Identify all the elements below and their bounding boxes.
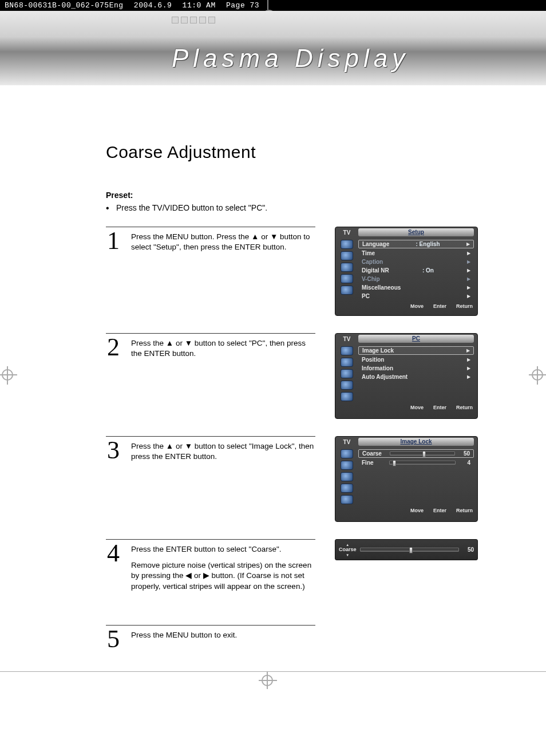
osd-category-icon bbox=[341, 274, 353, 283]
slider-thumb[interactable] bbox=[393, 460, 396, 466]
osd-mini-label: Coarse bbox=[339, 542, 357, 557]
step-text: Press the ENTER button to select "Coarse… bbox=[131, 543, 315, 608]
step-number: 5 bbox=[106, 629, 121, 649]
osd-row-language[interactable]: Language : English ▶ bbox=[358, 240, 474, 248]
osd-category-icon bbox=[341, 484, 353, 493]
step-text: Press the MENU button. Press the ▲ or ▼ … bbox=[131, 231, 315, 316]
step-text: Press the ▲ or ▼ button to select "Image… bbox=[131, 440, 315, 522]
osd-category-icon bbox=[341, 472, 353, 481]
osd-hint-move: Move bbox=[409, 303, 424, 309]
osd-title: Image Lock bbox=[358, 438, 474, 446]
step-3: 3 Press the ▲ or ▼ button to select "Ima… bbox=[106, 436, 315, 522]
slider-value: 50 bbox=[462, 547, 474, 553]
registration-mark-right bbox=[527, 364, 546, 387]
osd-tv-label: TV bbox=[335, 439, 358, 445]
osd-setup-menu: TV Setup Language : English bbox=[335, 227, 478, 316]
osd-hint-return: Return bbox=[454, 303, 473, 309]
preset-label: Preset: bbox=[106, 191, 494, 200]
osd-hint-return: Return bbox=[454, 405, 473, 410]
osd-category-icon bbox=[341, 251, 353, 260]
registration-mark-left bbox=[0, 364, 19, 387]
arrow-down-icon bbox=[346, 552, 349, 557]
osd-category-icon bbox=[341, 392, 353, 401]
step-number: 1 bbox=[106, 231, 121, 316]
osd-row-position[interactable]: Position▶ bbox=[358, 356, 474, 363]
osd-category-icon bbox=[341, 449, 353, 458]
chevron-right-icon: ▶ bbox=[467, 366, 470, 371]
osd-footer: Move Enter Return bbox=[335, 302, 477, 310]
banner-title: Plasma Display bbox=[172, 44, 409, 73]
osd-category-icon bbox=[341, 369, 353, 378]
preprint-doc-id: BN68-00631B-00_062-075Eng bbox=[5, 1, 124, 10]
osd-footer: Move Enter Return bbox=[335, 403, 477, 411]
preset-bullet: Press the TV/VIDEO button to select "PC"… bbox=[116, 203, 494, 212]
osd-category-icon bbox=[341, 263, 353, 272]
slider-track[interactable] bbox=[360, 548, 459, 552]
chevron-right-icon: ▶ bbox=[467, 251, 470, 256]
step-text: Press the ▲ or ▼ button to select "PC", … bbox=[131, 337, 315, 419]
osd-title: PC bbox=[358, 335, 474, 343]
osd-hint-enter: Enter bbox=[432, 405, 446, 410]
preprint-date: 2004.6.9 bbox=[134, 1, 172, 10]
osd-hint-enter: Enter bbox=[432, 508, 446, 513]
preprint-time: 11:0 AM bbox=[183, 1, 216, 10]
chevron-right-icon: ▶ bbox=[467, 285, 470, 290]
step-number: 4 bbox=[106, 543, 121, 608]
osd-icon-column bbox=[335, 344, 358, 403]
osd-hint-enter: Enter bbox=[432, 303, 446, 309]
osd-row-time[interactable]: Time▶ bbox=[358, 250, 474, 257]
step-1: 1 Press the MENU button. Press the ▲ or … bbox=[106, 227, 315, 316]
osd-hint-move: Move bbox=[409, 508, 424, 513]
banner: Plasma Display bbox=[0, 11, 546, 85]
osd-category-icon bbox=[341, 240, 353, 249]
preset-block: Preset: Press the TV/VIDEO button to sel… bbox=[106, 191, 494, 212]
osd-row-vchip: V-Chip▶ bbox=[358, 275, 474, 283]
osd-category-icon bbox=[341, 286, 353, 295]
osd-hint-return: Return bbox=[454, 508, 473, 513]
osd-icon-column bbox=[335, 238, 358, 302]
osd-pc-menu: TV PC Image Lock▶ Position▶ Informatio bbox=[335, 333, 478, 419]
osd-slider-coarse[interactable]: Coarse 50 bbox=[358, 449, 474, 458]
osd-category-icon bbox=[341, 346, 353, 355]
osd-category-icon bbox=[341, 461, 353, 470]
bottom-rule bbox=[0, 671, 546, 672]
osd-row-pc[interactable]: PC▶ bbox=[358, 292, 474, 300]
chevron-right-icon: ▶ bbox=[467, 268, 470, 273]
osd-category-icon bbox=[341, 358, 353, 367]
slider-track[interactable] bbox=[390, 452, 455, 456]
page-content: Coarse Adjustment Preset: Press the TV/V… bbox=[0, 85, 546, 689]
osd-tv-label: TV bbox=[335, 229, 358, 236]
chevron-right-icon: ▶ bbox=[467, 294, 470, 299]
osd-row-image-lock[interactable]: Image Lock▶ bbox=[358, 346, 474, 355]
slider-thumb[interactable] bbox=[409, 547, 413, 553]
step-number: 2 bbox=[106, 337, 121, 419]
step-number: 3 bbox=[106, 440, 121, 522]
osd-row-information[interactable]: Information▶ bbox=[358, 365, 474, 372]
osd-row-miscellaneous[interactable]: Miscellaneous▶ bbox=[358, 284, 474, 291]
osd-row-auto-adjustment[interactable]: Auto Adjustment▶ bbox=[358, 373, 474, 381]
chevron-right-icon: ▶ bbox=[467, 276, 470, 282]
osd-hint-move: Move bbox=[409, 405, 424, 410]
osd-tv-label: TV bbox=[335, 336, 358, 342]
osd-title: Setup bbox=[358, 228, 474, 236]
osd-row-digital-nr[interactable]: Digital NR: On▶ bbox=[358, 267, 474, 274]
osd-coarse-bar: Coarse 50 bbox=[335, 539, 478, 560]
chevron-right-icon: ▶ bbox=[467, 259, 470, 264]
osd-slider-fine[interactable]: Fine 4 bbox=[358, 459, 474, 466]
step-5: 5 Press the MENU button to exit. bbox=[106, 625, 315, 649]
step-2: 2 Press the ▲ or ▼ button to select "PC"… bbox=[106, 333, 315, 419]
banner-deco bbox=[172, 17, 215, 23]
chevron-right-icon: ▶ bbox=[467, 374, 470, 379]
step-text: Press the MENU button to exit. bbox=[131, 629, 237, 649]
page-title: Coarse Adjustment bbox=[106, 143, 494, 162]
osd-image-lock-menu: TV Image Lock Coarse bbox=[335, 436, 478, 522]
osd-icon-column bbox=[335, 447, 358, 506]
step-4: 4 Press the ENTER button to select "Coar… bbox=[106, 539, 315, 608]
chevron-right-icon: ▶ bbox=[466, 242, 470, 247]
chevron-right-icon: ▶ bbox=[467, 357, 470, 362]
osd-footer: Move Enter Return bbox=[335, 506, 477, 514]
osd-row-caption: Caption▶ bbox=[358, 258, 474, 266]
chevron-right-icon: ▶ bbox=[466, 348, 470, 353]
slider-thumb[interactable] bbox=[422, 451, 426, 457]
slider-track[interactable] bbox=[389, 461, 456, 465]
